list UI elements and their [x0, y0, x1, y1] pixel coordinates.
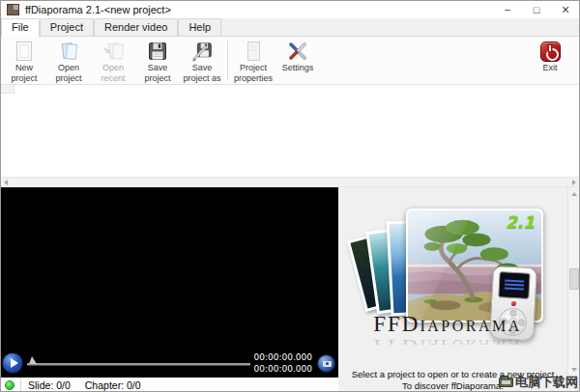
- app-window: ffDiaporama 2.1-<new project> − □ × File…: [0, 0, 580, 392]
- save-project-as-icon: [190, 40, 214, 63]
- timecodes: 00:00:00.000 00:00:00.000: [254, 353, 312, 374]
- vertical-scroll-thumb[interactable]: [569, 268, 579, 290]
- save-project-as-label2: project as: [183, 73, 220, 84]
- snapshot-button[interactable]: [317, 354, 335, 373]
- status-separator: [20, 378, 21, 392]
- tab-help[interactable]: Help: [178, 18, 221, 36]
- exit-label: Exit: [542, 63, 557, 73]
- save-project-label: Save: [148, 63, 168, 73]
- project-properties-label2: properties: [234, 73, 273, 84]
- toolbar-separator: [227, 41, 228, 80]
- exit-button[interactable]: Exit: [528, 40, 572, 73]
- device-record-dot: [510, 301, 515, 306]
- close-button[interactable]: ×: [551, 0, 580, 18]
- project-properties-label: Project: [240, 63, 267, 73]
- exit-icon: [538, 40, 562, 63]
- settings-label: Settings: [282, 63, 314, 73]
- open-recent-icon: [102, 40, 125, 63]
- open-project-button[interactable]: Open project: [46, 40, 91, 83]
- settings-button[interactable]: Settings: [276, 40, 320, 73]
- titlebar: ffDiaporama 2.1-<new project> − □ ×: [0, 0, 580, 18]
- watermark-text: 电脑下载网: [515, 374, 578, 391]
- scroll-right-arrow-icon[interactable]: [572, 180, 576, 185]
- timeline-area: [0, 85, 580, 177]
- play-button[interactable]: [2, 352, 23, 374]
- scroll-down-arrow-icon[interactable]: [571, 368, 577, 372]
- menu-tabbar: File Project Render video Help: [0, 18, 580, 37]
- new-project-button[interactable]: New project: [2, 40, 46, 83]
- video-preview: 00:00:00.000 00:00:00.000: [0, 187, 338, 378]
- tab-project[interactable]: Project: [40, 18, 94, 36]
- save-project-button[interactable]: Save project: [135, 40, 180, 83]
- tab-file[interactable]: File: [1, 18, 40, 37]
- new-project-label2: project: [11, 73, 37, 84]
- version-badge: 2.1: [506, 212, 535, 232]
- project-properties-icon: [242, 40, 265, 63]
- timeline-corner-cell: [0, 85, 14, 94]
- time-elapsed: 00:00:00.000: [254, 353, 312, 362]
- open-recent-label2: recent: [101, 73, 125, 84]
- save-project-as-button[interactable]: Save project as: [180, 40, 224, 83]
- scroll-up-arrow-icon[interactable]: [571, 192, 577, 196]
- tab-render-video[interactable]: Render video: [94, 18, 178, 36]
- maximize-button[interactable]: □: [522, 0, 551, 18]
- toolbar: New project Open project: [0, 37, 580, 85]
- player-column: 00:00:00.000 00:00:00.000 Slide: 0/0 Cha…: [0, 187, 338, 392]
- horizontal-scrollbar[interactable]: [0, 177, 580, 187]
- open-project-icon: [57, 40, 80, 63]
- open-project-label: Open: [58, 63, 79, 73]
- status-green-dot-icon: [5, 380, 14, 390]
- save-project-as-label: Save: [192, 63, 213, 73]
- new-project-label: New: [15, 63, 33, 73]
- slide-status: Slide: 0/0: [28, 379, 71, 391]
- statusbar: Slide: 0/0 Chapter: 0/0: [0, 378, 338, 392]
- minimize-button[interactable]: −: [493, 0, 522, 18]
- device-screen: [498, 271, 530, 299]
- save-project-icon: [146, 40, 169, 63]
- logo-reflection: FFDIAPORAMA: [338, 334, 557, 345]
- watermark-folder-icon: [499, 378, 513, 387]
- welcome-panel: 2.1 FFDIAPORAMA FFDIAPORAMA: [338, 187, 580, 392]
- logo-text-secondary: IAPORAMA: [420, 318, 521, 334]
- time-total: 00:00:00.000: [254, 365, 312, 374]
- site-watermark: 电脑下载网: [499, 374, 578, 391]
- seek-groove: [27, 363, 250, 366]
- vertical-scrollbar[interactable]: [567, 187, 580, 377]
- window-title: ffDiaporama 2.1-<new project>: [25, 4, 171, 15]
- chapter-status: Chapter: 0/0: [85, 379, 141, 391]
- seek-thumb[interactable]: [29, 356, 37, 364]
- settings-icon: [286, 40, 309, 63]
- new-project-icon: [13, 40, 36, 63]
- open-recent-button[interactable]: Open recent: [91, 40, 135, 83]
- window-controls: − □ ×: [493, 0, 580, 18]
- open-recent-label: Open: [102, 63, 124, 73]
- seek-slider[interactable]: [27, 355, 250, 371]
- bottom-section: 00:00:00.000 00:00:00.000 Slide: 0/0 Cha…: [0, 187, 580, 392]
- scroll-left-arrow-icon[interactable]: [4, 180, 8, 185]
- app-icon: [7, 4, 19, 15]
- project-properties-button[interactable]: Project properties: [231, 40, 276, 83]
- save-project-label2: project: [144, 73, 170, 84]
- open-project-label2: project: [55, 73, 81, 84]
- player-controls: 00:00:00.000 00:00:00.000: [2, 352, 335, 374]
- logo-text-primary: FFD: [373, 312, 420, 336]
